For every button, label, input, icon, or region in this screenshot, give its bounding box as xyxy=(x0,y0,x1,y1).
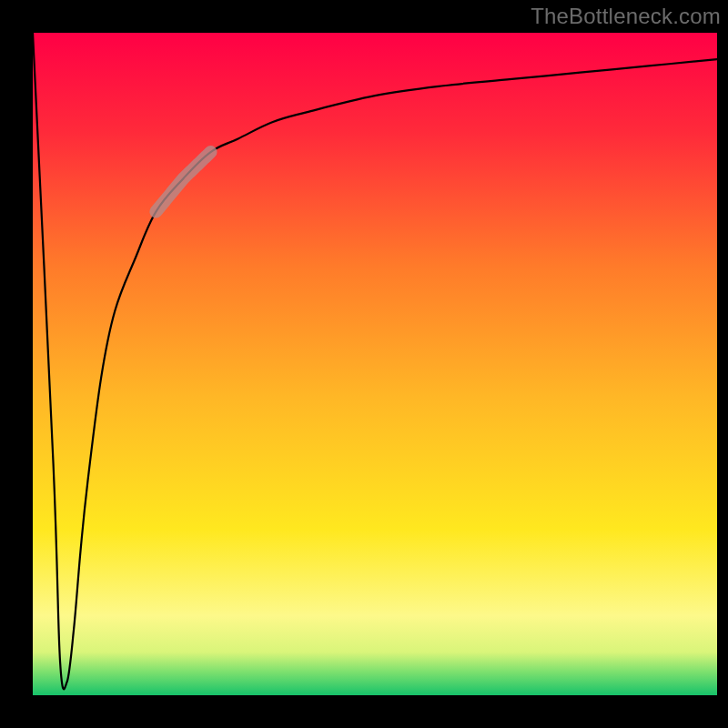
chart-plot-background xyxy=(33,33,717,695)
bottleneck-chart xyxy=(0,0,728,728)
watermark-text: TheBottleneck.com xyxy=(531,4,721,29)
chart-container: TheBottleneck.com xyxy=(0,0,728,728)
